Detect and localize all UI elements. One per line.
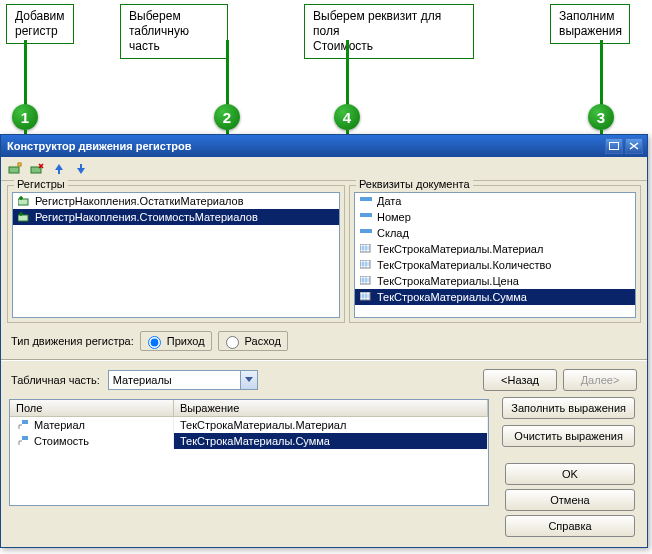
svg-rect-10: [360, 260, 370, 268]
tabfield-icon: [359, 275, 373, 287]
move-type-label: Тип движения регистра:: [11, 335, 134, 347]
table-row[interactable]: Материал ТекСтрокаМатериалы.Материал: [10, 417, 488, 433]
svg-rect-1: [9, 167, 19, 173]
grid-cell-expr: ТекСтрокаМатериалы.Материал: [174, 417, 488, 433]
requisites-label: Реквизиты документа: [356, 178, 473, 190]
grid-cell-field: Стоимость: [34, 435, 89, 447]
callout-line: [226, 40, 229, 114]
register-plus-icon: [17, 195, 31, 207]
grid-cell-field: Материал: [34, 419, 85, 431]
grid-header: Поле Выражение: [10, 400, 488, 417]
tabpart-label: Табличная часть:: [11, 374, 100, 386]
svg-rect-14: [22, 436, 28, 440]
dialog-title: Конструктор движения регистров: [7, 140, 603, 152]
svg-rect-7: [360, 213, 372, 217]
help-button[interactable]: Справка: [505, 515, 635, 537]
list-item[interactable]: ТекСтрокаМатериалы.Количество: [355, 257, 635, 273]
list-item[interactable]: ТекСтрокаМатериалы.Материал: [355, 241, 635, 257]
dialog-buttons: OK Отмена Справка: [505, 463, 635, 537]
register-plus-icon: [17, 211, 31, 223]
svg-rect-12: [360, 292, 370, 300]
requisites-listbox[interactable]: Дата Номер Склад ТекСтрокаМатериалы.Мате…: [354, 192, 636, 318]
next-button[interactable]: Далее>: [563, 369, 637, 391]
field-icon: [359, 227, 373, 239]
expression-buttons: Заполнить выражения Очистить выражения: [502, 397, 635, 447]
grid-cell-expr: ТекСтрокаМатериалы.Сумма: [174, 433, 488, 449]
svg-rect-8: [360, 229, 372, 233]
fields-grid: Поле Выражение Материал ТекСтрокаМатериа…: [9, 399, 489, 506]
field-icon: [359, 195, 373, 207]
cancel-button[interactable]: Отмена: [505, 489, 635, 511]
list-item-label: РегистрНакопления.ОстаткиМатериалов: [35, 195, 244, 207]
svg-rect-2: [18, 163, 21, 166]
toolbar-add-icon[interactable]: [5, 159, 25, 179]
list-item[interactable]: Дата: [355, 193, 635, 209]
radio-income-input[interactable]: [148, 336, 161, 349]
tabfield-icon: [359, 259, 373, 271]
registers-group: Регистры РегистрНакопления.ОстаткиМатери…: [7, 185, 345, 323]
list-item[interactable]: ТекСтрокаМатериалы.Сумма: [355, 289, 635, 305]
list-item-label: ТекСтрокаМатериалы.Сумма: [377, 291, 527, 303]
radio-expense-label: Расход: [245, 335, 281, 347]
radio-expense[interactable]: Расход: [218, 331, 288, 351]
titlebar: Конструктор движения регистров: [1, 135, 647, 157]
ok-button[interactable]: OK: [505, 463, 635, 485]
list-item-label: Номер: [377, 211, 411, 223]
toolbar-up-icon[interactable]: [49, 159, 69, 179]
requisites-group: Реквизиты документа Дата Номер Склад Тек…: [349, 185, 641, 323]
callout-label-3: Заполнимвыражения: [550, 4, 630, 44]
table-row[interactable]: Стоимость ТекСтрокаМатериалы.Сумма: [10, 433, 488, 449]
toolbar-down-icon[interactable]: [71, 159, 91, 179]
list-item-label: Дата: [377, 195, 401, 207]
callout-marker-2: 2: [214, 104, 240, 130]
dialog-window: Конструктор движения регистров Регистры: [0, 134, 648, 548]
callout-line: [346, 40, 349, 114]
list-item-label: Склад: [377, 227, 409, 239]
list-item[interactable]: ТекСтрокаМатериалы.Цена: [355, 273, 635, 289]
radio-income[interactable]: Приход: [140, 331, 212, 351]
maximize-button[interactable]: [605, 138, 623, 154]
callout-label-1: Добавимрегистр: [6, 4, 74, 44]
svg-rect-5: [18, 215, 28, 221]
list-item-label: ТекСтрокаМатериалы.Количество: [377, 259, 551, 271]
callout-line: [600, 40, 603, 114]
clear-expr-button[interactable]: Очистить выражения: [502, 425, 635, 447]
list-item[interactable]: Склад: [355, 225, 635, 241]
tabfield-icon: [359, 243, 373, 255]
chevron-down-icon[interactable]: [240, 371, 257, 389]
svg-rect-13: [22, 420, 28, 424]
callout-marker-3: 3: [588, 104, 614, 130]
svg-rect-4: [18, 199, 28, 205]
separator: [1, 359, 647, 361]
row-icon: [16, 419, 30, 431]
list-item-label: ТекСтрокаМатериалы.Цена: [377, 275, 519, 287]
back-button[interactable]: <Назад: [483, 369, 557, 391]
svg-rect-11: [360, 276, 370, 284]
callout-line: [24, 40, 27, 114]
tabfield-icon: [359, 291, 373, 303]
list-item[interactable]: РегистрНакопления.ОстаткиМатериалов: [13, 193, 339, 209]
tabpart-input[interactable]: [108, 370, 258, 390]
registers-listbox[interactable]: РегистрНакопления.ОстаткиМатериалов Реги…: [12, 192, 340, 318]
list-item-label: ТекСтрокаМатериалы.Материал: [377, 243, 543, 255]
move-type-row: Тип движения регистра: Приход Расход: [1, 325, 647, 357]
svg-rect-0: [610, 143, 619, 150]
list-item[interactable]: Номер: [355, 209, 635, 225]
list-item[interactable]: РегистрНакопления.СтоимостьМатериалов: [13, 209, 339, 225]
toolbar-delete-icon[interactable]: [27, 159, 47, 179]
fill-expr-button[interactable]: Заполнить выражения: [502, 397, 635, 419]
close-button[interactable]: [625, 138, 643, 154]
callout-marker-4: 4: [334, 104, 360, 130]
grid-head-field: Поле: [10, 400, 174, 416]
list-item-label: РегистрНакопления.СтоимостьМатериалов: [35, 211, 258, 223]
radio-income-label: Приход: [167, 335, 205, 347]
radio-expense-input[interactable]: [226, 336, 239, 349]
svg-rect-9: [360, 244, 370, 252]
callout-label-2: Выберемтабличную часть: [120, 4, 228, 59]
svg-rect-6: [360, 197, 372, 201]
callout-label-4: Выберем реквизит для поляСтоимость: [304, 4, 474, 59]
grid-head-expr: Выражение: [174, 400, 488, 416]
toolbar: [1, 157, 647, 181]
callout-marker-1: 1: [12, 104, 38, 130]
tabpart-combo[interactable]: [108, 370, 258, 390]
